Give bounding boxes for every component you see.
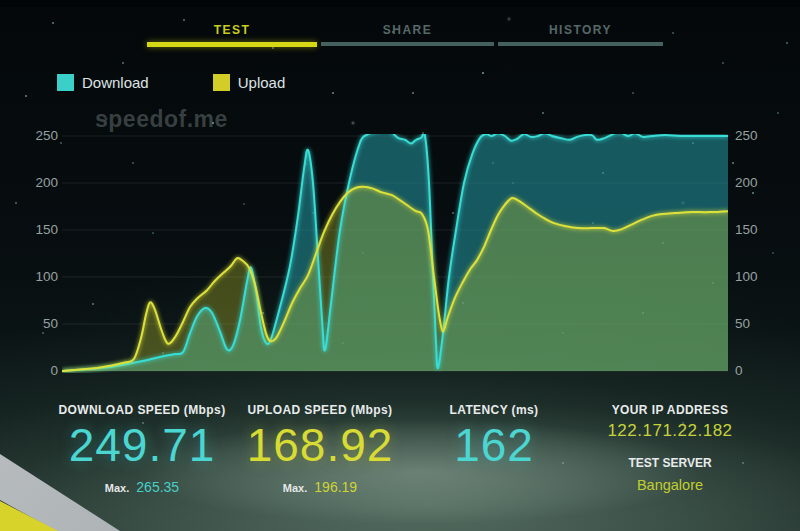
latency-label: LATENCY (ms) [394, 403, 594, 417]
y-tick-right-50: 50 [735, 315, 775, 333]
upload-speed-value: 168.92 [220, 418, 420, 472]
upload-max-label: Max. [283, 482, 307, 494]
latency-value: 162 [394, 418, 594, 472]
chart-legend: Download Upload [57, 74, 285, 91]
speed-chart [62, 134, 728, 373]
tab-history[interactable]: HISTORY [498, 23, 663, 49]
y-tick-left-250: 250 [18, 127, 58, 145]
upload-speed-label: UPLOAD SPEED (Mbps) [220, 403, 420, 417]
top-strip [0, 0, 800, 7]
tab-test-underline [147, 42, 317, 47]
download-speed-value: 249.71 [42, 418, 242, 472]
chart-series [62, 134, 728, 371]
download-legend-swatch [57, 74, 74, 91]
y-tick-left-150: 150 [18, 221, 58, 239]
download-max-label: Max. [105, 482, 129, 494]
ip-address-value: 122.171.22.182 [565, 421, 775, 441]
download-legend-label: Download [82, 74, 149, 91]
tab-share-underline [321, 42, 494, 46]
y-tick-left-0: 0 [18, 362, 58, 380]
ip-address-label: YOUR IP ADDRESS [565, 403, 775, 417]
speedtest-app: TEST SHARE HISTORY Download Upload speed… [0, 0, 800, 531]
y-tick-right-200: 200 [735, 174, 775, 192]
download-speed-label: DOWNLOAD SPEED (Mbps) [42, 403, 242, 417]
upload-max-row: Max.196.19 [220, 479, 420, 495]
tab-history-label: HISTORY [498, 23, 663, 37]
y-tick-left-50: 50 [18, 315, 58, 333]
tab-test[interactable]: TEST [147, 23, 317, 49]
tab-share[interactable]: SHARE [321, 23, 494, 49]
upload-legend-label: Upload [238, 74, 286, 91]
upload-max-value: 196.19 [314, 479, 357, 495]
download-max-row: Max.265.35 [42, 479, 242, 495]
test-server-value: Bangalore [565, 477, 775, 493]
y-tick-left-100: 100 [18, 268, 58, 286]
tab-share-label: SHARE [321, 23, 494, 37]
download-max-value: 265.35 [136, 479, 179, 495]
y-tick-right-100: 100 [735, 268, 775, 286]
y-tick-right-150: 150 [735, 221, 775, 239]
tab-test-label: TEST [147, 23, 317, 37]
speedofme-watermark: speedof.me [95, 106, 228, 133]
tab-history-underline [498, 42, 663, 46]
upload-legend-swatch [213, 74, 230, 91]
y-tick-right-0: 0 [735, 362, 775, 380]
y-tick-right-250: 250 [735, 127, 775, 145]
y-tick-left-200: 200 [18, 174, 58, 192]
test-server-label: TEST SERVER [565, 456, 775, 470]
